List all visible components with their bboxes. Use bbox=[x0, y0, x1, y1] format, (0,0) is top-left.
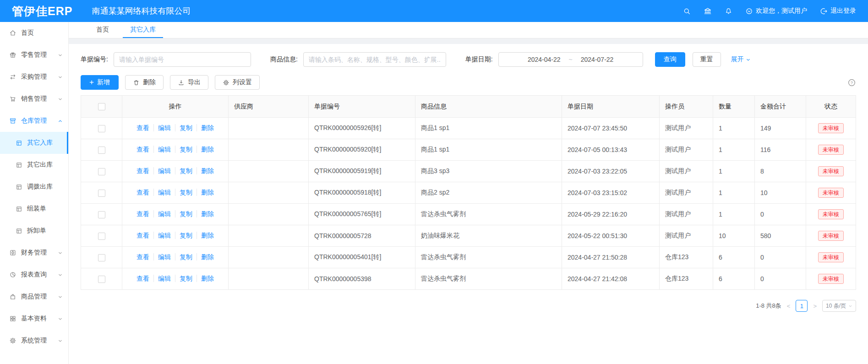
search-icon[interactable] bbox=[683, 7, 691, 15]
delete-link[interactable]: 删除 bbox=[197, 232, 214, 239]
sidebar-item-retail[interactable]: 零售管理 bbox=[0, 44, 68, 66]
view-link[interactable]: 查看 bbox=[136, 232, 149, 239]
document-icon bbox=[16, 206, 22, 212]
date-from[interactable]: 2024-04-22 bbox=[528, 56, 561, 63]
sidebar-item-home[interactable]: 首页 bbox=[0, 22, 68, 44]
sidebar-item-system[interactable]: 系统管理 bbox=[0, 330, 68, 352]
view-link[interactable]: 查看 bbox=[136, 124, 149, 131]
column-settings-button[interactable]: 列设置 bbox=[215, 75, 260, 90]
logout-button[interactable]: 退出登录 bbox=[820, 7, 856, 15]
sidebar-item-goods[interactable]: 商品管理 bbox=[0, 286, 68, 308]
edit-link[interactable]: 编辑 bbox=[153, 189, 171, 196]
amount-cell: 8 bbox=[755, 161, 806, 182]
edit-link[interactable]: 编辑 bbox=[153, 146, 171, 153]
edit-link[interactable]: 编辑 bbox=[153, 253, 171, 261]
chevron-up-icon bbox=[58, 119, 63, 124]
amount-cell: 580 bbox=[755, 225, 806, 247]
page-other-inbound: 单据编号: 商品信息: 单据日期: 2024-04-22 ~ 2024-07-2… bbox=[69, 44, 868, 364]
page-number-1[interactable]: 1 bbox=[796, 300, 808, 312]
supplier-cell bbox=[229, 268, 309, 290]
page-size-select[interactable]: 10 条/页 bbox=[822, 300, 856, 312]
chevron-down-icon bbox=[58, 294, 63, 299]
expand-link[interactable]: 展开 bbox=[731, 55, 751, 64]
next-page-button[interactable]: > bbox=[812, 303, 818, 310]
help-icon[interactable]: ? bbox=[847, 78, 856, 87]
delete-link[interactable]: 删除 bbox=[197, 275, 214, 282]
col-product: 商品信息 bbox=[415, 96, 562, 118]
row-checkbox[interactable] bbox=[98, 168, 105, 175]
bell-icon[interactable] bbox=[725, 7, 732, 15]
sidebar-item-assembly[interactable]: 组装单 bbox=[0, 198, 68, 220]
tab-other-inbound[interactable]: 其它入库 bbox=[123, 22, 163, 38]
select-all-checkbox[interactable] bbox=[98, 103, 105, 110]
delete-link[interactable]: 删除 bbox=[197, 210, 214, 217]
view-link[interactable]: 查看 bbox=[136, 146, 149, 153]
operator-cell: 仓库123 bbox=[660, 247, 713, 268]
copy-link[interactable]: 复制 bbox=[175, 167, 192, 174]
date-to[interactable]: 2024-07-22 bbox=[581, 56, 614, 63]
copy-link[interactable]: 复制 bbox=[175, 146, 192, 153]
delete-button[interactable]: 删除 bbox=[125, 75, 164, 90]
sidebar-item-disassembly[interactable]: 拆卸单 bbox=[0, 220, 68, 242]
row-checkbox[interactable] bbox=[98, 190, 105, 197]
sidebar-item-warehouse[interactable]: 仓库管理 bbox=[0, 110, 68, 132]
sidebar-item-sales[interactable]: 销售管理 bbox=[0, 88, 68, 110]
view-link[interactable]: 查看 bbox=[136, 189, 149, 196]
edit-link[interactable]: 编辑 bbox=[153, 167, 171, 174]
delete-link[interactable]: 删除 bbox=[197, 146, 214, 153]
sidebar-item-finance[interactable]: 财务管理 bbox=[0, 242, 68, 264]
copy-link[interactable]: 复制 bbox=[175, 253, 192, 261]
col-supplier: 供应商 bbox=[229, 96, 309, 118]
reset-button[interactable]: 重置 bbox=[693, 52, 721, 67]
status-badge: 未审核 bbox=[818, 209, 844, 219]
edit-link[interactable]: 编辑 bbox=[153, 124, 171, 131]
table-row: 查看编辑复制删除 QTRK00000005920[转] 商品1 sp1 2024… bbox=[81, 139, 856, 161]
sidebar-item-basic-data[interactable]: 基本资料 bbox=[0, 308, 68, 330]
order-no-input[interactable] bbox=[114, 52, 251, 67]
download-icon bbox=[178, 79, 185, 86]
status-badge: 未审核 bbox=[818, 145, 844, 155]
row-checkbox[interactable] bbox=[98, 276, 105, 283]
copy-link[interactable]: 复制 bbox=[175, 124, 192, 131]
row-checkbox[interactable] bbox=[98, 147, 105, 154]
topbar-right: 欢迎您，测试用户 退出登录 bbox=[683, 7, 856, 15]
date-separator: ~ bbox=[569, 56, 573, 63]
welcome-user[interactable]: 欢迎您，测试用户 bbox=[745, 7, 807, 15]
row-checkbox[interactable] bbox=[98, 233, 105, 240]
delete-link[interactable]: 删除 bbox=[197, 253, 214, 261]
export-button[interactable]: 导出 bbox=[170, 75, 208, 90]
row-actions: 查看编辑复制删除 bbox=[122, 139, 229, 161]
view-link[interactable]: 查看 bbox=[136, 253, 149, 261]
edit-link[interactable]: 编辑 bbox=[153, 275, 171, 282]
sidebar-item-transfer-outbound[interactable]: 调拨出库 bbox=[0, 176, 68, 198]
row-checkbox[interactable] bbox=[98, 125, 105, 132]
add-button[interactable]: + 新增 bbox=[81, 75, 119, 90]
edit-link[interactable]: 编辑 bbox=[153, 210, 171, 217]
copy-link[interactable]: 复制 bbox=[175, 210, 192, 217]
sidebar-item-purchase[interactable]: 采购管理 bbox=[0, 66, 68, 88]
view-link[interactable]: 查看 bbox=[136, 210, 149, 217]
delete-link[interactable]: 删除 bbox=[197, 189, 214, 196]
copy-link[interactable]: 复制 bbox=[175, 275, 192, 282]
product-info-input[interactable] bbox=[303, 52, 446, 67]
copy-link[interactable]: 复制 bbox=[175, 232, 192, 239]
prev-page-button[interactable]: < bbox=[786, 303, 792, 310]
sidebar-item-other-inbound[interactable]: 其它入库 bbox=[0, 132, 68, 154]
delete-link[interactable]: 删除 bbox=[197, 124, 214, 131]
date-range-picker[interactable]: 2024-04-22 ~ 2024-07-22 bbox=[498, 52, 643, 67]
copy-link[interactable]: 复制 bbox=[175, 189, 192, 196]
sidebar-item-other-outbound[interactable]: 其它出库 bbox=[0, 154, 68, 176]
date-label: 单据日期: bbox=[465, 55, 493, 64]
pie-chart-icon bbox=[9, 271, 16, 278]
row-checkbox[interactable] bbox=[98, 254, 105, 261]
bank-icon[interactable] bbox=[704, 7, 712, 15]
search-button[interactable]: 查询 bbox=[655, 52, 685, 67]
view-link[interactable]: 查看 bbox=[136, 275, 149, 282]
row-checkbox[interactable] bbox=[98, 211, 105, 218]
product-cell: 雷达杀虫气雾剂 bbox=[415, 247, 562, 268]
edit-link[interactable]: 编辑 bbox=[153, 232, 171, 239]
view-link[interactable]: 查看 bbox=[136, 167, 149, 174]
delete-link[interactable]: 删除 bbox=[197, 167, 214, 174]
tab-home[interactable]: 首页 bbox=[89, 22, 116, 38]
sidebar-item-reports[interactable]: 报表查询 bbox=[0, 264, 68, 286]
